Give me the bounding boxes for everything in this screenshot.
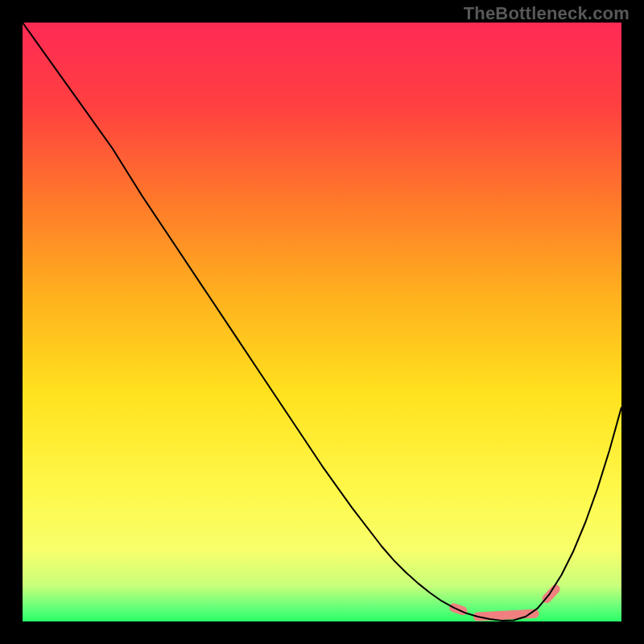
chart-plot [23,23,621,621]
watermark-label: TheBottleneck.com [464,3,630,24]
chart-svg [23,23,621,621]
svg-rect-0 [23,23,621,621]
chart-frame: TheBottleneck.com [0,0,644,644]
